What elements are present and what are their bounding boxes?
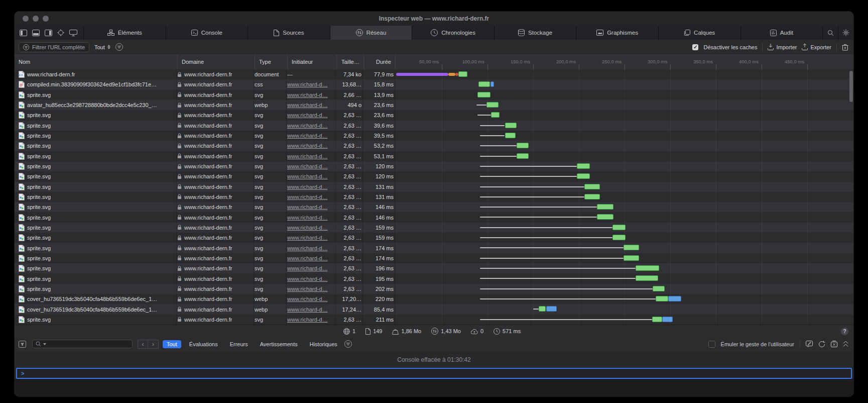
request-initiator-link[interactable]: www.richard-d… [287,102,328,108]
console-scope-icon[interactable] [19,341,26,348]
console-filter-evaluations[interactable]: Évaluations [185,340,222,348]
network-request-row[interactable]: sprite.svgwww.richard-dern.frsvgwww.rich… [15,202,853,212]
tab-timelines[interactable]: Chronologies [412,26,494,40]
device-icon[interactable] [69,30,77,36]
network-request-row[interactable]: compiled.min.38390909f303624ed9e1cf1bd3f… [15,79,853,89]
previous-result-button[interactable]: ‹ [138,340,148,349]
tab-sources[interactable]: Sources [247,26,330,40]
dock-left-icon[interactable] [20,30,27,36]
network-request-row[interactable]: sprite.svgwww.richard-dern.frsvgwww.rich… [15,131,853,141]
network-request-row[interactable]: sprite.svgwww.richard-dern.frsvgwww.rich… [15,263,853,273]
request-initiator-link[interactable]: www.richard-d… [287,143,328,149]
request-initiator-link[interactable]: www.richard-d… [287,225,328,231]
next-result-button[interactable]: › [148,340,159,349]
network-request-row[interactable]: sprite.svgwww.richard-dern.frsvgwww.rich… [15,171,853,181]
column-header-type[interactable]: Type [255,54,287,69]
vertical-scrollbar-thumb[interactable] [849,71,853,102]
request-initiator-link[interactable]: www.richard-d… [287,184,328,190]
request-initiator-link[interactable]: www.richard-d… [287,112,328,118]
request-initiator-link[interactable]: www.richard-d… [287,276,328,282]
request-initiator-link[interactable]: www.richard-d… [287,92,328,98]
request-initiator-link[interactable]: www.richard-d… [287,163,328,169]
disable-caches-checkbox[interactable]: ✓ [692,44,698,50]
column-header-name[interactable]: Nom [15,54,177,69]
reload-icon[interactable] [818,341,825,348]
help-button[interactable]: ? [841,328,848,335]
request-initiator-link[interactable]: www.richard-d… [287,173,328,179]
import-button[interactable]: Importer [768,44,797,50]
request-initiator-link[interactable]: www.richard-d… [287,123,328,129]
element-picker-icon[interactable] [57,29,64,36]
network-request-row[interactable]: cover_hu736519dc3b5040cfa48b6b559b6de6ec… [15,294,853,304]
tab-storage[interactable]: Stockage [494,26,576,40]
network-request-row[interactable]: www.richard-dern.frwww.richard-dern.frdo… [15,69,853,79]
console-filter-warnings[interactable]: Avertissements [256,340,302,348]
network-request-row[interactable]: sprite.svgwww.richard-dern.frsvgwww.rich… [15,253,853,263]
request-initiator-link[interactable]: www.richard-d… [287,133,328,139]
filter-menu-icon[interactable] [115,43,123,51]
request-initiator-link[interactable]: www.richard-d… [287,153,328,159]
network-request-row[interactable]: sprite.svgwww.richard-dern.frsvgwww.rich… [15,223,853,233]
network-request-row[interactable]: sprite.svgwww.richard-dern.frsvgwww.rich… [15,90,853,100]
collapse-console-icon[interactable] [843,341,848,347]
request-initiator-link[interactable]: www.richard-d… [287,265,328,271]
request-initiator-link[interactable]: www.richard-d… [287,296,328,302]
request-initiator-link[interactable]: www.richard-d… [287,255,328,261]
tab-elements[interactable]: Éléments [83,26,166,40]
url-filter-input[interactable]: Filtrer l'URL complète [19,42,89,52]
tab-graphics[interactable]: Graphismes [576,26,658,40]
network-request-row[interactable]: sprite.svgwww.richard-dern.frsvgwww.rich… [15,192,853,202]
network-request-row[interactable]: sprite.svgwww.richard-dern.frsvgwww.rich… [15,182,853,192]
console-command-input[interactable]: > [16,368,852,379]
network-request-row[interactable]: sprite.svgwww.richard-dern.frsvgwww.rich… [15,284,853,294]
network-request-row[interactable]: sprite.svgwww.richard-dern.frsvgwww.rich… [15,233,853,243]
tab-network[interactable]: Réseau [330,26,412,40]
network-request-row[interactable]: avatar_hu85ecc3e298728880b0bde2dcc4e5c23… [15,100,853,110]
network-request-row[interactable]: sprite.svgwww.richard-dern.frsvgwww.rich… [15,273,853,283]
clear-console-icon[interactable] [831,341,837,347]
emulate-user-gesture-checkbox[interactable]: ✓ [708,341,715,348]
tab-audit[interactable]: Audit [740,26,823,40]
request-initiator-link[interactable]: www.richard-d… [287,194,328,200]
network-request-row[interactable]: sprite.svgwww.richard-dern.frsvgwww.rich… [15,243,853,253]
column-header-domain[interactable]: Domaine [177,54,255,69]
import-icon [768,44,774,50]
request-initiator-link[interactable]: www.richard-d… [287,215,328,221]
request-initiator-link[interactable]: www.richard-d… [287,204,328,210]
export-button[interactable]: Exporter [802,44,831,50]
network-request-row[interactable]: sprite.svgwww.richard-dern.frsvgwww.rich… [15,161,853,171]
column-header-duration[interactable]: Durée [363,54,395,69]
request-initiator-link[interactable]: www.richard-d… [287,235,328,241]
clear-network-items-icon[interactable] [842,44,848,51]
column-header-size[interactable]: Taille… [336,54,363,69]
search-button[interactable] [823,26,838,40]
console-filter-errors[interactable]: Erreurs [226,340,252,348]
dock-bottom-icon[interactable] [32,30,40,36]
network-request-row[interactable]: cover_hu736519dc3b5040cfa48b6b559b6de6ec… [15,304,853,314]
column-header-initiator[interactable]: Initiateur [287,54,336,69]
request-initiator-link[interactable]: www.richard-d… [287,307,328,313]
network-request-row[interactable]: sprite.svgwww.richard-dern.frsvgwww.rich… [15,110,853,120]
request-initiator-link[interactable]: www.richard-d… [287,245,328,251]
console-compose-icon[interactable] [806,341,813,347]
network-request-row[interactable]: sprite.svgwww.richard-dern.frsvgwww.rich… [15,315,853,325]
console-filter-logs[interactable]: Historiques [306,340,341,348]
tab-console[interactable]: Console [166,26,248,40]
network-request-row[interactable]: sprite.svgwww.richard-dern.frsvgwww.rich… [15,212,853,222]
settings-button[interactable] [838,26,853,40]
dock-right-icon[interactable] [45,30,52,36]
request-domain: www.richard-dern.fr [184,235,232,241]
console-filter-menu-icon[interactable] [344,340,352,348]
request-initiator-link[interactable]: www.richard-d… [287,286,328,292]
console-filter-all[interactable]: Tout [163,340,181,348]
request-initiator-link[interactable]: www.richard-d… [287,81,328,87]
network-request-row[interactable]: sprite.svgwww.richard-dern.frsvgwww.rich… [15,151,853,161]
file-icon-wrap [19,153,25,160]
resource-type-dropdown[interactable]: Tout [94,44,110,50]
network-request-row[interactable]: sprite.svgwww.richard-dern.frsvgwww.rich… [15,121,853,131]
tab-layers[interactable]: Calques [658,26,740,40]
request-duration: 202 ms [376,286,394,292]
request-initiator-link[interactable]: www.richard-d… [287,317,328,323]
network-request-row[interactable]: sprite.svgwww.richard-dern.frsvgwww.rich… [15,141,853,151]
console-search-input[interactable] [32,340,133,348]
